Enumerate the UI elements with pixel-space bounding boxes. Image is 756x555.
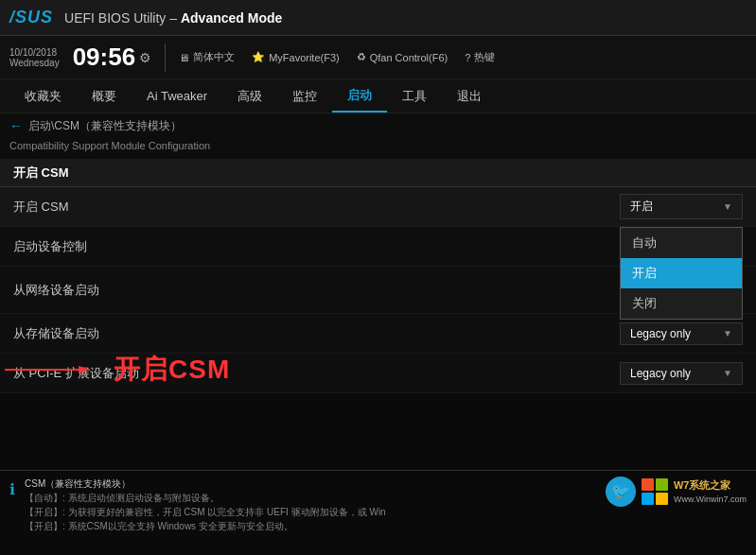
csm-current-value: 开启 <box>630 199 653 215</box>
watermark-url: Www.Winwin7.com <box>674 494 747 507</box>
time-block: 09:56 ⚙ <box>73 43 152 72</box>
twitter-bird-icon: 🐦 <box>606 477 636 507</box>
nav-ai-tweaker[interactable]: Ai Tweaker <box>132 79 222 113</box>
dropdown-auto[interactable]: 自动 <box>621 228 742 258</box>
nav-favorites[interactable]: 收藏夹 <box>9 79 77 113</box>
section-title: 开启 CSM <box>13 165 69 182</box>
watermark-site: W7系统之家 <box>674 477 747 494</box>
storage-boot-current: Legacy only <box>630 327 691 340</box>
watermark-text-block: W7系统之家 Www.Winwin7.com <box>674 477 747 506</box>
dropdown-close[interactable]: 关闭 <box>621 288 742 319</box>
pcie-boot-value[interactable]: Legacy only ▼ <box>620 362 743 385</box>
watermark-area: 🐦 W7系统之家 Www.Winwin7.com <box>606 477 747 507</box>
qfan-button[interactable]: ♻ Qfan Control(F6) <box>357 51 448 63</box>
windows-logo-icon <box>642 478 668 505</box>
datetime-bar: 10/10/2018 Wednesday 09:56 ⚙ 🖥 简体中文 ⭐ My… <box>0 36 756 79</box>
info-line1: 【自动】: 系统启动侦测启动设备与附加设备。 <box>25 493 220 503</box>
pcie-dropdown-arrow: ▼ <box>723 368 732 378</box>
header-bar: /SUS UEFI BIOS Utility – Advanced Mode <box>0 0 756 36</box>
main-content: 开启 CSM 开启 CSM 开启 ▼ 自动 开启 关闭 启动设备控制 从网络设备… <box>0 159 756 470</box>
setting-row-storage-boot: 从存储设备启动 Legacy only ▼ <box>0 314 756 354</box>
language-label: 简体中文 <box>193 50 235 64</box>
bios-title: UEFI BIOS Utility – Advanced Mode <box>64 10 747 26</box>
pcie-boot-current: Legacy only <box>630 367 691 380</box>
settings-container: 开启 CSM 开启 ▼ 自动 开启 关闭 启动设备控制 从网络设备启动 开启CS… <box>0 187 756 393</box>
date-line1: 10/10/2018 <box>9 47 60 58</box>
monitor-icon: 🖥 <box>179 52 189 63</box>
pcie-boot-label: 从 PCI-E 扩展设备启动 <box>13 365 620 382</box>
setting-row-csm: 开启 CSM 开启 ▼ 自动 开启 关闭 <box>0 187 756 227</box>
dropdown-open[interactable]: 开启 <box>621 258 742 288</box>
annotation-area: 开启CSM <box>114 352 230 388</box>
csm-dropdown: 自动 开启 关闭 <box>620 227 743 320</box>
storage-boot-label: 从存储设备启动 <box>13 325 620 342</box>
help-button[interactable]: ? 热键 <box>465 50 495 64</box>
annotation-label: 开启CSM <box>114 352 230 388</box>
help-label: 热键 <box>474 50 495 64</box>
qfan-label: Qfan Control(F6) <box>370 52 448 63</box>
bottom-panel: ℹ CSM（兼容性支持模块） 【自动】: 系统启动侦测启动设备与附加设备。 【开… <box>0 470 756 555</box>
separator <box>165 43 166 72</box>
date-block: 10/10/2018 Wednesday <box>9 47 60 68</box>
breadcrumb-path: 启动\CSM（兼容性支持模块） <box>28 118 182 134</box>
page-subtitle: Compatibility Support Module Configurati… <box>0 138 756 159</box>
nav-tools[interactable]: 工具 <box>387 79 442 113</box>
breadcrumb: ← 启动\CSM（兼容性支持模块） <box>0 113 756 138</box>
nav-monitor[interactable]: 监控 <box>277 79 332 113</box>
storage-dropdown-arrow: ▼ <box>723 328 732 338</box>
toolbar-items: 🖥 简体中文 ⭐ MyFavorite(F3) ♻ Qfan Control(F… <box>179 50 495 64</box>
annotation-arrow-svg <box>5 358 99 381</box>
favorite-button[interactable]: ⭐ MyFavorite(F3) <box>252 51 340 63</box>
gear-icon[interactable]: ⚙ <box>139 50 151 65</box>
asus-logo: /SUS <box>9 8 53 27</box>
question-icon: ? <box>465 52 470 63</box>
time-display: 09:56 <box>73 43 136 72</box>
section-header: 开启 CSM <box>0 159 756 187</box>
main-nav: 收藏夹 概要 Ai Tweaker 高级 监控 启动 工具 退出 <box>0 79 756 113</box>
watermark-logos: 🐦 W7系统之家 Www.Winwin7.com <box>606 477 747 507</box>
nav-boot[interactable]: 启动 <box>332 79 387 113</box>
favorite-label: MyFavorite(F3) <box>269 52 340 63</box>
date-line2: Wednesday <box>9 58 60 68</box>
info-line2: 【开启】: 为获得更好的兼容性，开启 CSM 以完全支持非 UEFI 驱动附加设… <box>25 507 386 517</box>
back-arrow[interactable]: ← <box>9 118 23 133</box>
fan-icon: ♻ <box>357 51 366 63</box>
csm-label: 开启 CSM <box>13 199 620 216</box>
nav-exit[interactable]: 退出 <box>442 79 497 113</box>
info-icon: ℹ <box>9 478 15 501</box>
nav-advanced[interactable]: 高级 <box>222 79 277 113</box>
csm-dropdown-arrow: ▼ <box>723 201 732 212</box>
storage-boot-value[interactable]: Legacy only ▼ <box>620 322 743 345</box>
nav-overview[interactable]: 概要 <box>77 79 132 113</box>
star-icon: ⭐ <box>252 51 265 63</box>
info-line3: 【开启】: 系统CSM以完全支持 Windows 安全更新与安全启动。 <box>25 521 293 531</box>
language-selector[interactable]: 🖥 简体中文 <box>179 50 235 64</box>
info-title: CSM（兼容性支持模块） <box>25 478 131 489</box>
csm-value[interactable]: 开启 ▼ <box>620 194 743 219</box>
info-text: CSM（兼容性支持模块） 【自动】: 系统启动侦测启动设备与附加设备。 【开启】… <box>25 477 596 533</box>
